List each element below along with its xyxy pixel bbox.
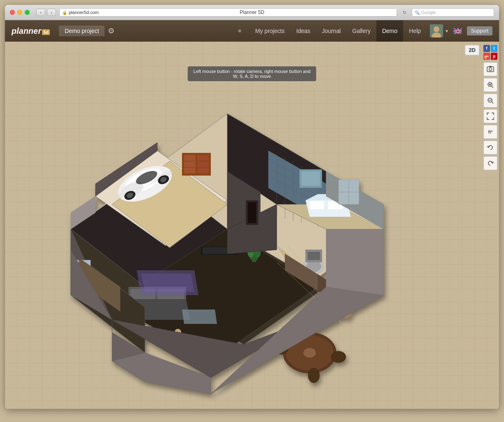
svg-point-1: [434, 26, 439, 32]
svg-rect-118: [489, 66, 492, 67]
google-plus-button[interactable]: g+: [483, 53, 490, 60]
undo-button[interactable]: [483, 141, 497, 155]
project-name[interactable]: Demo project: [59, 26, 105, 36]
settings-button[interactable]: ⚙: [108, 26, 114, 35]
svg-rect-47: [301, 171, 320, 186]
social-buttons: f t g+ p: [483, 45, 497, 60]
floor-plan-view: [30, 64, 408, 409]
main-view[interactable]: Left mouse button - rotate camera, right…: [5, 42, 499, 409]
units-button[interactable]: ft²: [483, 125, 497, 139]
svg-point-75: [308, 368, 320, 383]
tooltip-bar: Left mouse button - rotate camera, right…: [188, 66, 316, 81]
language-flag[interactable]: [453, 28, 462, 34]
logo-badge: 5d: [42, 29, 50, 35]
svg-marker-100: [141, 274, 194, 292]
svg-rect-29: [197, 155, 209, 173]
support-button[interactable]: Support: [467, 26, 492, 35]
browser-window: ‹ › 🔒 planner5d.com ↻ 🔍 Google Planner 5…: [5, 5, 499, 409]
svg-marker-92: [182, 309, 217, 324]
logo[interactable]: planner 5d: [12, 26, 51, 36]
svg-line-122: [492, 86, 493, 88]
minimize-button[interactable]: [17, 10, 22, 15]
nav-demo[interactable]: Demo: [376, 20, 403, 42]
svg-point-73: [331, 351, 346, 363]
nav-journal[interactable]: Journal: [316, 20, 347, 42]
zoom-out-button[interactable]: [483, 94, 497, 108]
logo-area: planner 5d: [12, 26, 51, 36]
twitter-button[interactable]: t: [491, 45, 497, 52]
reload-button[interactable]: ↻: [400, 9, 408, 16]
search-placeholder: Google: [421, 10, 436, 15]
nav-help[interactable]: Help: [403, 20, 427, 42]
forward-button[interactable]: ›: [47, 9, 56, 16]
url-text: planner5d.com: [69, 10, 99, 15]
facebook-button[interactable]: f: [483, 45, 490, 52]
lock-icon: 🔒: [62, 10, 67, 15]
units-label: ft²: [488, 129, 493, 134]
user-area: ▼: [430, 24, 462, 38]
close-button[interactable]: [10, 10, 15, 15]
zoom-in-button[interactable]: [483, 78, 497, 92]
browser-nav-buttons: ‹ ›: [36, 9, 56, 16]
svg-rect-51: [310, 201, 324, 209]
logo-text: planner: [12, 26, 41, 36]
scene-svg: [30, 64, 408, 409]
nav-my-projects[interactable]: My projects: [250, 20, 291, 42]
browser-title: Planner 5D: [240, 9, 264, 15]
svg-point-117: [489, 68, 492, 71]
svg-marker-111: [326, 229, 384, 295]
nav-gallery[interactable]: Gallery: [347, 20, 376, 42]
svg-rect-67: [308, 252, 320, 260]
back-button[interactable]: ‹: [36, 9, 45, 16]
search-icon: 🔍: [415, 10, 420, 15]
nav-links: My projects Ideas Journal Gallery Demo H…: [250, 20, 427, 42]
top-navbar: planner 5d Demo project ⚙ My projects Id…: [5, 20, 499, 42]
mode-2d-button[interactable]: 2D: [465, 45, 479, 55]
browser-titlebar: ‹ › 🔒 planner5d.com ↻ 🔍 Google Planner 5…: [5, 5, 499, 20]
right-toolbar: f t g+ p: [482, 42, 499, 174]
user-avatar[interactable]: [430, 24, 443, 38]
fullscreen-button[interactable]: [483, 109, 497, 123]
svg-line-125: [492, 102, 493, 103]
svg-point-76: [303, 348, 316, 358]
user-dropdown-arrow[interactable]: ▼: [445, 29, 449, 33]
pinterest-button[interactable]: p: [491, 53, 497, 60]
svg-marker-115: [248, 202, 256, 223]
svg-rect-28: [184, 155, 196, 173]
nav-ideas[interactable]: Ideas: [290, 20, 316, 42]
redo-button[interactable]: [483, 156, 497, 170]
status-indicator: [238, 29, 241, 33]
app-content: planner 5d Demo project ⚙ My projects Id…: [5, 20, 499, 409]
screenshot-button[interactable]: [483, 62, 497, 76]
address-bar[interactable]: 🔒 planner5d.com: [59, 8, 397, 16]
tooltip-text: Left mouse button - rotate camera, right…: [194, 69, 310, 79]
maximize-button[interactable]: [25, 10, 30, 15]
window-controls: [10, 10, 30, 15]
search-bar[interactable]: 🔍 Google: [412, 8, 494, 16]
